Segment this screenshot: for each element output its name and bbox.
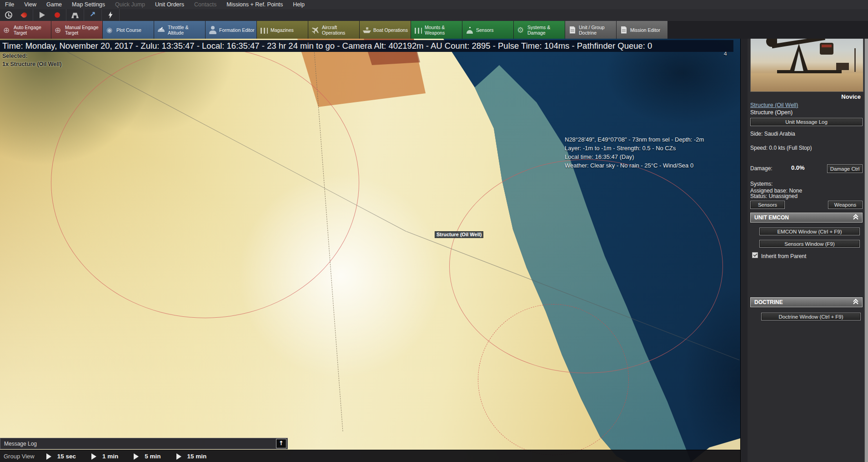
record-icon — [53, 11, 61, 19]
doctrine-header-label: DOCTRINE — [754, 299, 783, 305]
app-window: FileViewGameMap SettingsQuick JumpUnit O… — [0, 0, 868, 462]
ribbon-plot-course[interactable]: Plot Course — [103, 21, 154, 39]
menu-game[interactable]: Game — [41, 1, 67, 8]
selection-overlay: Selected: 1x Structure (Oil Well) — [2, 52, 61, 68]
time-step-15-min[interactable]: 15 min — [187, 453, 207, 460]
ribbon-unit-group-doctrine[interactable]: Unit / Group Doctrine — [565, 21, 616, 39]
ribbon-label: Mounts & Weapons — [425, 25, 462, 36]
ribbon-auto-engage-target[interactable]: Auto Engage Target — [0, 21, 51, 39]
ribbon-label: Boat Operations — [373, 27, 411, 33]
time-step-arrow-icon[interactable] — [46, 453, 51, 460]
collapse-chevron-icon[interactable] — [853, 299, 858, 305]
crosshair-icon — [54, 26, 63, 34]
systems-label: Systems: — [750, 181, 863, 187]
time-step-1-min[interactable]: 1 min — [102, 453, 118, 460]
inherit-checkbox[interactable] — [752, 252, 758, 258]
doctrine-header[interactable]: DOCTRINE — [750, 297, 863, 307]
cursor-info-overlay: N28°28'49", E49°07'08" - 73nm from sel -… — [565, 135, 704, 170]
unit-message-log-button[interactable]: Unit Message Log — [750, 118, 863, 126]
time-compression-bar: Group View 15 sec1 min5 min15 min — [0, 450, 740, 462]
sensors-button[interactable]: Sensors — [750, 201, 785, 209]
document-icon — [568, 26, 577, 34]
flame-button[interactable] — [16, 10, 32, 20]
lightning-button[interactable] — [103, 10, 118, 20]
play-button[interactable] — [34, 10, 50, 20]
menu-quick-jump: Quick Jump — [110, 1, 150, 8]
play-icon — [38, 11, 46, 19]
toolbar-group — [0, 9, 33, 21]
ribbon-formation-editor[interactable]: Formation Editor — [206, 21, 256, 39]
message-log-bar[interactable]: Message Log ↑ — [0, 438, 288, 449]
time-status-text: Time: Monday, November 20, 2017 - Zulu: … — [2, 41, 652, 51]
ribbon-manual-engage-target[interactable]: Manual Engage Target — [51, 21, 102, 39]
missiles-icon — [414, 26, 423, 34]
ribbon-label: Aircraft Operations — [322, 25, 359, 36]
speed-label: Speed: 0.0 kts (Full Stop) — [750, 145, 863, 151]
menu-map-settings[interactable]: Map Settings — [67, 1, 110, 8]
selected-item: 1x Structure (Oil Well) — [2, 60, 61, 68]
menu-contacts: Contacts — [189, 1, 221, 8]
pumpjack-counterweight — [820, 43, 833, 55]
ribbon-magazines[interactable]: Magazines — [257, 21, 308, 39]
sensors-window-button[interactable]: Sensors Window (F9) — [759, 240, 860, 248]
menu-missions-ref-points[interactable]: Missions + Ref. Points — [221, 1, 288, 8]
radar-icon — [465, 26, 474, 34]
plane-icon — [311, 26, 320, 34]
menu-unit-orders[interactable]: Unit Orders — [150, 1, 189, 8]
ribbon-boat-operations[interactable]: Boat Operations — [360, 21, 411, 39]
menu-help[interactable]: Help — [288, 1, 310, 8]
emcon-window-button[interactable]: EMCON Window (Ctrl + F9) — [759, 228, 860, 235]
range-ring-dashed — [478, 304, 629, 455]
unit-class-link[interactable]: Structure (Oil Well) — [750, 102, 863, 108]
inherit-from-parent-row: Inherit from Parent — [752, 252, 806, 259]
doctrine-window-button[interactable]: Doctrine Window (Ctrl + F9) — [761, 313, 861, 320]
unit-label[interactable]: Structure (Oil Well) — [435, 231, 483, 238]
hangar-button[interactable] — [67, 10, 83, 20]
group-view-label[interactable]: Group View — [4, 453, 35, 460]
cursor-info-line: Weather: Clear sky - No rain - 25°C - Wi… — [565, 161, 704, 170]
menu-file[interactable]: File — [0, 1, 19, 8]
range-ring — [51, 47, 359, 318]
menu-view[interactable]: View — [19, 1, 41, 8]
toolbar-group — [84, 9, 102, 21]
ribbon-toolbar: Auto Engage TargetManual Engage TargetPl… — [0, 21, 868, 39]
pumpjack-base — [777, 70, 842, 73]
time-step-arrow-icon[interactable] — [134, 453, 139, 460]
ribbon-sensors[interactable]: Sensors — [462, 21, 513, 39]
ribbon-aircraft-operations[interactable]: Aircraft Operations — [308, 21, 359, 39]
time-step-arrow-icon[interactable] — [176, 453, 181, 460]
hangar-icon — [71, 11, 79, 19]
time-status-bar: Time: Monday, November 20, 2017 - Zulu: … — [0, 40, 733, 52]
unit-emcon-header-label: UNIT EMCON — [754, 214, 789, 221]
time-step-15-sec[interactable]: 15 sec — [57, 453, 76, 460]
damage-ctrl-button[interactable]: Damage Ctrl — [827, 164, 863, 173]
ribbon-mounts-weapons[interactable]: Mounts & Weapons — [411, 21, 462, 39]
ribbon-label: Sensors — [476, 27, 513, 33]
collapse-chevron-icon[interactable] — [853, 214, 858, 220]
sidebar-scrollbar[interactable] — [864, 21, 868, 462]
unit-emcon-header[interactable]: UNIT EMCON — [750, 213, 863, 223]
flame-icon — [20, 11, 28, 19]
sidebar-collapse-strip[interactable] — [740, 0, 748, 462]
ribbon-systems-damage[interactable]: Systems & Damage — [514, 21, 565, 39]
ribbon-mission-editor[interactable]: Mission Editor — [617, 21, 667, 39]
damage-value: 0.0% — [791, 164, 805, 171]
sidebar: UNIT STATUS Structure (Oil Well) Novice … — [748, 0, 868, 462]
cursor-info-line: Layer: -1m to -1m - Strength: 0.5 - No C… — [565, 144, 704, 152]
clock-button[interactable] — [1, 10, 16, 20]
proficiency-label: Novice — [750, 93, 863, 100]
pumpjack-motor — [836, 63, 849, 70]
status-label: Status: Unassigned — [750, 193, 863, 199]
weapons-button[interactable]: Weapons — [828, 201, 863, 209]
ribbon-throttle-altitude[interactable]: Throttle & Altitude — [154, 21, 205, 39]
icon-toolbar — [0, 9, 868, 21]
map-viewport[interactable]: Time: Monday, November 20, 2017 - Zulu: … — [0, 39, 740, 462]
record-button[interactable] — [50, 10, 65, 20]
time-step-5-min[interactable]: 5 min — [145, 453, 161, 460]
jump-arrow-button[interactable] — [85, 10, 100, 20]
cursor-info-line: Local time: 16:35:47 (Day) — [565, 152, 704, 161]
ribbon-label: Magazines — [271, 27, 308, 33]
message-log-expand-button[interactable]: ↑ — [276, 439, 286, 448]
ribbon-label: Unit / Group Doctrine — [579, 25, 616, 36]
time-step-arrow-icon[interactable] — [91, 453, 96, 460]
